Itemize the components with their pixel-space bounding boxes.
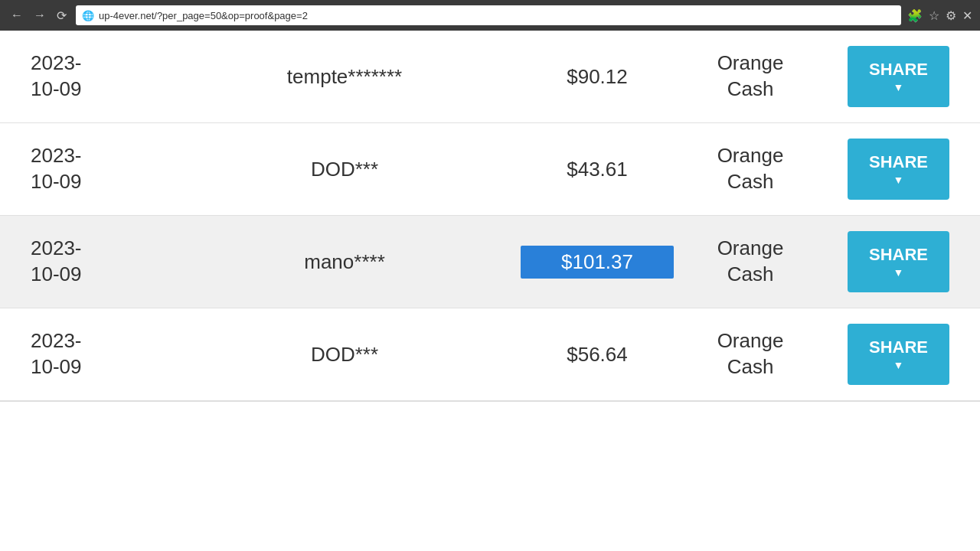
method-cell: OrangeCash [674,51,827,103]
forward-button[interactable]: → [31,7,49,24]
username-cell: mano**** [168,250,521,274]
share-label: SHARE [869,60,928,80]
close-icon[interactable]: ✕ [962,8,972,23]
action-cell: SHARE ▼ [827,231,949,292]
extensions-icon[interactable]: 🧩 [907,8,923,23]
settings-icon[interactable]: ⚙ [946,8,956,23]
page-content: 2023-10-09 tempte******* $90.12 OrangeCa… [0,31,980,402]
method-cell: OrangeCash [674,328,827,380]
bookmark-icon[interactable]: ☆ [929,8,939,23]
username-cell: DOD*** [168,158,521,181]
date-cell: 2023-10-09 [31,328,168,380]
url-text: up-4ever.net/?per_page=50&op=proof&page=… [99,10,308,21]
chevron-down-icon: ▼ [893,81,904,93]
table-row: 2023-10-09 DOD*** $56.64 OrangeCash SHAR… [0,308,980,401]
amount-cell: $43.61 [521,158,674,181]
table-row: 2023-10-09 tempte******* $90.12 OrangeCa… [0,31,980,123]
action-cell: SHARE ▼ [827,46,949,107]
table-row: 2023-10-09 mano**** $101.37 OrangeCash S… [0,216,980,308]
browser-controls: ← → ⟳ [8,7,70,24]
amount-cell: $56.64 [521,343,674,367]
amount-cell: $101.37 [521,246,674,279]
date-cell: 2023-10-09 [31,236,168,288]
method-cell: OrangeCash [674,236,827,288]
payment-table: 2023-10-09 tempte******* $90.12 OrangeCa… [0,31,980,402]
share-button[interactable]: SHARE ▼ [848,139,949,200]
username-cell: tempte******* [168,65,521,89]
table-row: 2023-10-09 DOD*** $43.61 OrangeCash SHAR… [0,123,980,216]
table-divider [0,401,980,402]
share-button[interactable]: SHARE ▼ [848,46,949,107]
method-cell: OrangeCash [674,143,827,195]
browser-chrome: ← → ⟳ 🌐 up-4ever.net/?per_page=50&op=pro… [0,0,980,31]
share-label: SHARE [869,152,928,172]
address-bar[interactable]: 🌐 up-4ever.net/?per_page=50&op=proof&pag… [76,5,901,25]
share-label: SHARE [869,245,928,265]
date-cell: 2023-10-09 [31,143,168,195]
refresh-button[interactable]: ⟳ [54,7,70,24]
favicon-icon: 🌐 [82,10,94,21]
back-button[interactable]: ← [8,7,26,24]
share-label: SHARE [869,337,928,357]
action-cell: SHARE ▼ [827,324,949,385]
share-button[interactable]: SHARE ▼ [848,324,949,385]
chevron-down-icon: ▼ [893,174,904,186]
username-cell: DOD*** [168,343,521,367]
date-cell: 2023-10-09 [31,51,168,103]
chevron-down-icon: ▼ [893,359,904,371]
action-cell: SHARE ▼ [827,139,949,200]
share-button[interactable]: SHARE ▼ [848,231,949,292]
browser-actions: 🧩 ☆ ⚙ ✕ [907,8,972,23]
chevron-down-icon: ▼ [893,266,904,279]
amount-cell: $90.12 [521,65,674,89]
